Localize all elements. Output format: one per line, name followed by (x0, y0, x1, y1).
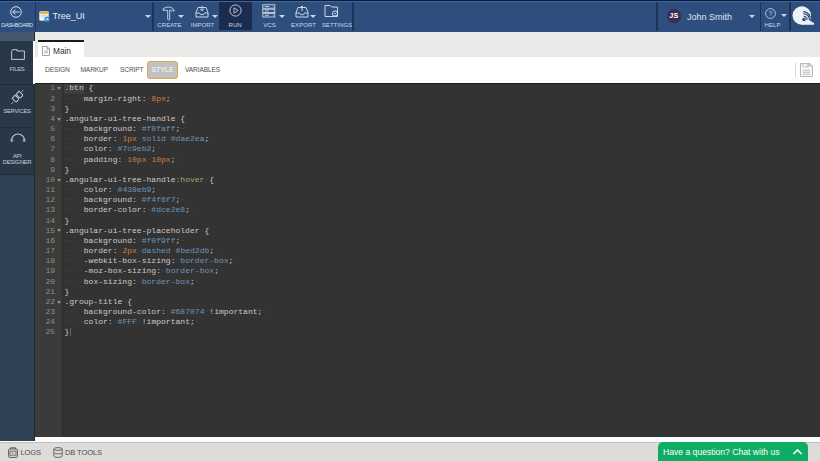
svg-text:?: ? (768, 10, 772, 17)
